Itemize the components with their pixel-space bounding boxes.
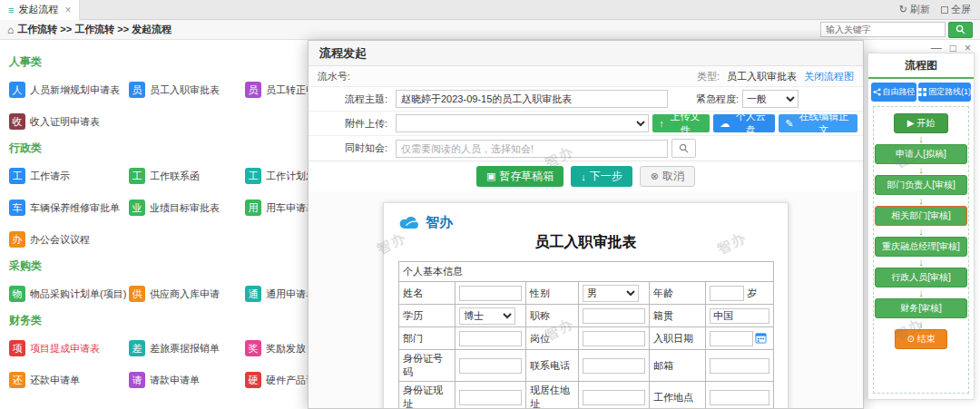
down-arrow-icon: ↓ bbox=[581, 171, 586, 182]
doc-text-input[interactable] bbox=[710, 358, 769, 374]
workflow-item[interactable]: 还还款申请单 bbox=[9, 372, 129, 388]
tab-launch-process[interactable]: ≡ 发起流程 × bbox=[0, 0, 80, 20]
workflow-item[interactable]: 请请款申请单 bbox=[129, 372, 245, 388]
urgency-label: 紧急程度: bbox=[671, 93, 739, 106]
serial-label: 流水号: bbox=[318, 70, 350, 83]
doc-text-input[interactable] bbox=[459, 390, 522, 405]
flow-node[interactable]: 行政人员[审核] bbox=[875, 268, 967, 287]
urgency-select[interactable]: 一般 bbox=[742, 90, 799, 108]
workflow-item[interactable]: 工工作请示 bbox=[9, 168, 129, 184]
flow-node[interactable]: 财务[审核] bbox=[875, 298, 967, 318]
search-button[interactable] bbox=[948, 22, 973, 38]
serial-row: 流水号: 类型: 员工入职审批表 关闭流程图 bbox=[309, 66, 863, 87]
doc-field-label: 性别 bbox=[526, 282, 579, 305]
flow-arrow-icon: ↓ bbox=[918, 227, 924, 236]
flow-node[interactable]: 重庆融总经理[审核] bbox=[875, 237, 967, 257]
workflow-item[interactable]: 差差旅票据报销单 bbox=[129, 340, 245, 356]
doc-select[interactable]: 博士 bbox=[459, 307, 515, 325]
workflow-item[interactable]: 业业绩目标审批表 bbox=[129, 200, 245, 216]
workflow-item[interactable]: 员员工入职审批表 bbox=[129, 82, 245, 98]
flow-node[interactable]: ⊙ 结束 bbox=[895, 329, 947, 349]
maximize-icon[interactable]: □ bbox=[950, 43, 956, 54]
flow-node[interactable]: 相关部门[审核] bbox=[875, 206, 967, 226]
notify-label: 同时知会: bbox=[314, 141, 392, 155]
workflow-item-label: 业绩目标审批表 bbox=[150, 201, 220, 215]
workflow-item-icon: 用 bbox=[245, 200, 261, 216]
workflow-item[interactable]: 收收入证明申请表 bbox=[9, 113, 129, 130]
free-path-label: 自由路径 bbox=[883, 86, 916, 98]
process-form: 流程主题: 紧急程度: 一般 附件上传: ↑ 上传文件 ☁ bbox=[309, 87, 863, 161]
subject-input[interactable] bbox=[396, 90, 668, 108]
workflow-item-icon: 工 bbox=[245, 168, 261, 184]
tab-close-icon[interactable]: × bbox=[64, 4, 71, 16]
close-flowchart-link[interactable]: 关闭流程图 bbox=[804, 70, 854, 83]
workflow-item-label: 工作请示 bbox=[30, 170, 70, 183]
flow-node[interactable]: 部门负责人[审核] bbox=[875, 175, 967, 195]
free-path-button[interactable]: 自由路径 bbox=[871, 83, 916, 102]
fixed-route-button[interactable]: 固定路线(1) bbox=[918, 83, 971, 102]
share-path-icon bbox=[873, 88, 881, 96]
calendar-icon[interactable] bbox=[755, 332, 767, 346]
process-initiation-modal: 流程发起 流水号: 类型: 员工入职审批表 关闭流程图 流程主题: 紧急程度: … bbox=[308, 40, 864, 409]
personal-cloud-button[interactable]: ☁ 个人云盘 bbox=[713, 114, 775, 132]
doc-date-input[interactable] bbox=[710, 331, 753, 346]
home-icon[interactable]: ⌂ bbox=[7, 24, 14, 36]
doc-text-input[interactable] bbox=[583, 308, 645, 324]
doc-text-input[interactable] bbox=[583, 358, 645, 374]
workflow-item-label: 奖励发放 bbox=[266, 342, 306, 355]
flow-arrow-icon: ↓ bbox=[918, 196, 924, 205]
workflow-item-label: 车辆保养维修审批单 bbox=[30, 201, 120, 215]
cancel-button[interactable]: ⊗ 取消 bbox=[640, 166, 695, 187]
pencil-icon: ✎ bbox=[785, 118, 793, 130]
doc-select-cell: 男 bbox=[579, 282, 650, 305]
workflow-item[interactable]: 供供应商入库申请 bbox=[129, 286, 245, 302]
close-icon[interactable]: × bbox=[965, 43, 971, 54]
doc-text-input[interactable] bbox=[459, 358, 522, 374]
attachment-select[interactable] bbox=[396, 114, 649, 132]
doc-text-input[interactable] bbox=[710, 390, 769, 405]
flow-arrow-icon: ↓ bbox=[918, 258, 924, 267]
workflow-item-icon: 工 bbox=[129, 168, 145, 184]
workflow-item[interactable]: 工工作联系函 bbox=[129, 168, 245, 184]
flow-node[interactable]: ▶ 开始 bbox=[894, 113, 948, 133]
next-step-button[interactable]: ↓ 下一步 bbox=[571, 166, 632, 187]
workflow-item-label: 供应商入库申请 bbox=[150, 287, 220, 301]
doc-date-cell bbox=[706, 327, 774, 350]
workflow-item-icon: 车 bbox=[9, 200, 25, 216]
workflow-item[interactable]: 办办公会议议程 bbox=[9, 231, 129, 248]
save-draft-button[interactable]: ▣ 暂存草稿箱 bbox=[476, 166, 564, 187]
tab-label: 发起流程 bbox=[18, 3, 58, 16]
fullscreen-button[interactable]: 全屏 bbox=[941, 3, 971, 16]
workflow-item[interactable]: 项项目提成申请表 bbox=[9, 340, 129, 356]
doc-select[interactable]: 男 bbox=[583, 285, 639, 302]
refresh-button[interactable]: ↻ 刷新 bbox=[899, 3, 930, 16]
doc-text-input[interactable] bbox=[459, 331, 522, 346]
online-edit-button[interactable]: ✎ 在线编辑正文 bbox=[779, 114, 858, 132]
refresh-icon: ↻ bbox=[899, 4, 907, 15]
doc-text-input[interactable] bbox=[583, 390, 645, 405]
flow-arrow-icon: ↓ bbox=[918, 288, 924, 297]
logo-text: 智办 bbox=[426, 214, 453, 231]
doc-text-input[interactable] bbox=[710, 308, 769, 324]
keyword-search-input[interactable] bbox=[820, 22, 946, 37]
search-icon bbox=[679, 143, 689, 153]
age-input[interactable] bbox=[710, 286, 744, 301]
workflow-item-label: 项目提成申请表 bbox=[30, 342, 100, 355]
doc-text-input[interactable] bbox=[459, 286, 522, 301]
workflow-item-label: 收入证明申请表 bbox=[30, 115, 100, 129]
doc-text-input[interactable] bbox=[583, 331, 645, 346]
notify-search-button[interactable] bbox=[671, 139, 696, 158]
serial-right: 类型: 员工入职审批表 关闭流程图 bbox=[697, 70, 854, 83]
doc-field-label: 入职日期 bbox=[650, 327, 706, 350]
minimize-icon[interactable]: — bbox=[931, 43, 942, 54]
workflow-item[interactable]: 物物品采购计划单(项目) bbox=[9, 286, 129, 302]
flow-node[interactable]: 申请人[拟稿] bbox=[875, 144, 967, 164]
workflow-item[interactable]: 车车辆保养维修审批单 bbox=[9, 200, 129, 216]
doc-input-cell bbox=[706, 350, 774, 382]
document-page: 智办 员工入职审批表 个人基本信息姓名性别男年龄岁学历博士职称籍贯部门岗位入职日… bbox=[383, 202, 789, 408]
notify-input[interactable] bbox=[396, 140, 668, 158]
workflow-item[interactable]: 人人员新增规划申请表 bbox=[9, 82, 129, 98]
upload-file-button[interactable]: ↑ 上传文件 bbox=[652, 114, 710, 132]
workflow-item-label: 物品采购计划单(项目) bbox=[30, 287, 126, 301]
tab-bar-actions: ↻ 刷新 全屏 bbox=[899, 3, 980, 16]
